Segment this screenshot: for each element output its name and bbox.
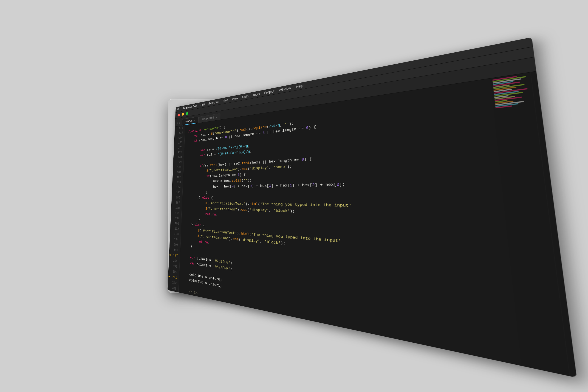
line-185: 185 bbox=[172, 190, 182, 195]
tab-main-js-close[interactable]: × bbox=[194, 119, 196, 122]
traffic-lights bbox=[178, 112, 188, 116]
line-188: 188 bbox=[171, 205, 182, 211]
tab-main-js-label: main.js bbox=[185, 119, 193, 123]
line-178: 178 bbox=[174, 154, 184, 160]
menu-find[interactable]: View bbox=[232, 96, 238, 101]
tab-index-html-close[interactable]: × bbox=[216, 116, 217, 118]
menu-edit[interactable]: Selection bbox=[208, 100, 219, 105]
macos-window: ⌘ Sublime Text Edit Selection Find View … bbox=[168, 37, 577, 378]
line-182: 182 bbox=[172, 174, 183, 180]
laptop-frame: ⌘ Sublime Text Edit Selection Find View … bbox=[168, 99, 420, 293]
line-180: 180 bbox=[173, 164, 184, 170]
line-186: 186 bbox=[172, 195, 182, 200]
line-179: 179 bbox=[173, 160, 184, 165]
line-187: 187 bbox=[171, 200, 182, 206]
line-181: 181 bbox=[173, 170, 183, 175]
line-184: 184 bbox=[172, 185, 182, 190]
screen: ⌘ Sublime Text Edit Selection Find View … bbox=[168, 37, 577, 378]
tab-index-html-label: index.html bbox=[202, 116, 214, 121]
forward-arrow-icon[interactable]: › bbox=[179, 121, 180, 124]
menu-view[interactable]: Goto bbox=[242, 94, 248, 99]
minimize-button[interactable] bbox=[182, 112, 184, 116]
close-button[interactable] bbox=[178, 113, 180, 116]
maximize-button[interactable] bbox=[186, 112, 188, 115]
menu-project[interactable]: Window bbox=[279, 86, 291, 92]
line-190: 190 bbox=[171, 216, 182, 221]
menu-goto[interactable]: Tools bbox=[253, 92, 260, 97]
back-arrow-icon[interactable]: ‹ bbox=[176, 121, 178, 125]
apple-logo-icon: ⌘ bbox=[177, 107, 179, 111]
line-191: 191 bbox=[170, 221, 181, 227]
nav-arrows: ‹ › bbox=[176, 121, 180, 126]
menu-window[interactable]: Help bbox=[296, 84, 304, 89]
line-189: 189 bbox=[171, 210, 182, 216]
line-183: 183 bbox=[172, 180, 183, 185]
menu-tools[interactable]: Project bbox=[264, 89, 274, 94]
line-192: 192 bbox=[170, 226, 181, 232]
menu-selection[interactable]: Find bbox=[223, 98, 228, 102]
menu-file[interactable]: Edit bbox=[200, 103, 205, 106]
